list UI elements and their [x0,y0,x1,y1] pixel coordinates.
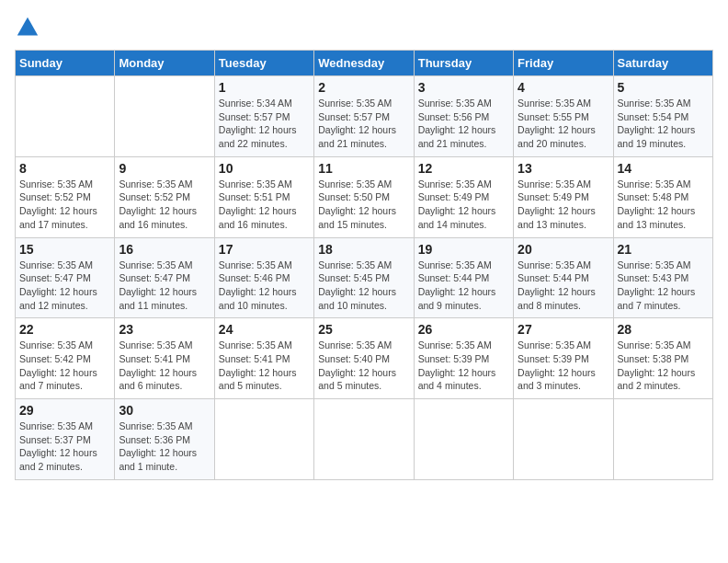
day-detail: Sunrise: 5:35 AMSunset: 5:52 PMDaylight:… [19,178,110,232]
calendar-day-cell: 5Sunrise: 5:35 AMSunset: 5:54 PMDaylight… [613,76,712,157]
calendar-day-cell: 18Sunrise: 5:35 AMSunset: 5:45 PMDayligh… [314,237,414,318]
day-detail: Sunrise: 5:35 AMSunset: 5:37 PMDaylight:… [19,419,110,474]
calendar-day-cell: 13Sunrise: 5:35 AMSunset: 5:49 PMDayligh… [514,156,613,237]
day-detail: Sunrise: 5:35 AMSunset: 5:44 PMDaylight:… [418,259,509,313]
calendar-day-cell: 4Sunrise: 5:35 AMSunset: 5:55 PMDaylight… [514,76,613,157]
calendar-day-cell [214,399,313,480]
calendar-day-cell: 28Sunrise: 5:35 AMSunset: 5:38 PMDayligh… [613,318,712,399]
calendar-table: SundayMondayTuesdayWednesdayThursdayFrid… [15,50,713,480]
calendar-day-cell: 8Sunrise: 5:35 AMSunset: 5:52 PMDaylight… [16,156,115,237]
day-number: 9 [119,161,210,176]
calendar-day-cell: 14Sunrise: 5:35 AMSunset: 5:48 PMDayligh… [613,156,712,237]
calendar-day-cell: 9Sunrise: 5:35 AMSunset: 5:52 PMDaylight… [115,156,214,237]
calendar-day-cell: 29Sunrise: 5:35 AMSunset: 5:37 PMDayligh… [16,399,115,480]
calendar-day-cell: 2Sunrise: 5:35 AMSunset: 5:57 PMDaylight… [314,76,414,157]
calendar-day-cell [16,76,115,157]
day-detail: Sunrise: 5:35 AMSunset: 5:39 PMDaylight:… [518,339,609,393]
day-detail: Sunrise: 5:35 AMSunset: 5:46 PMDaylight:… [219,259,310,313]
calendar-day-cell: 17Sunrise: 5:35 AMSunset: 5:46 PMDayligh… [214,237,313,318]
weekday-header-cell: Friday [514,51,613,76]
calendar-day-cell: 30Sunrise: 5:35 AMSunset: 5:36 PMDayligh… [115,399,214,480]
day-detail: Sunrise: 5:34 AMSunset: 5:57 PMDaylight:… [219,97,310,151]
logo [15,15,44,40]
day-detail: Sunrise: 5:35 AMSunset: 5:52 PMDaylight:… [119,178,210,232]
calendar-day-cell: 21Sunrise: 5:35 AMSunset: 5:43 PMDayligh… [613,237,712,318]
day-detail: Sunrise: 5:35 AMSunset: 5:49 PMDaylight:… [418,178,509,232]
logo-icon [15,15,40,40]
day-detail: Sunrise: 5:35 AMSunset: 5:47 PMDaylight:… [19,259,110,313]
calendar-day-cell: 24Sunrise: 5:35 AMSunset: 5:41 PMDayligh… [214,318,313,399]
weekday-header-cell: Thursday [414,51,513,76]
header [15,15,713,40]
day-detail: Sunrise: 5:35 AMSunset: 5:47 PMDaylight:… [119,259,210,313]
day-detail: Sunrise: 5:35 AMSunset: 5:45 PMDaylight:… [318,259,409,313]
calendar-week-row: 15Sunrise: 5:35 AMSunset: 5:47 PMDayligh… [16,237,713,318]
day-number: 14 [618,161,709,176]
calendar-day-cell: 15Sunrise: 5:35 AMSunset: 5:47 PMDayligh… [16,237,115,318]
weekday-header-cell: Monday [115,51,214,76]
day-number: 22 [19,322,110,337]
day-number: 4 [518,80,609,95]
day-number: 21 [618,242,709,257]
day-number: 12 [418,161,509,176]
day-number: 27 [518,322,609,337]
day-number: 8 [19,161,110,176]
day-number: 23 [119,322,210,337]
weekday-header-row: SundayMondayTuesdayWednesdayThursdayFrid… [16,51,713,76]
calendar-week-row: 29Sunrise: 5:35 AMSunset: 5:37 PMDayligh… [16,399,713,480]
weekday-header-cell: Wednesday [314,51,414,76]
day-detail: Sunrise: 5:35 AMSunset: 5:42 PMDaylight:… [19,339,110,393]
day-detail: Sunrise: 5:35 AMSunset: 5:44 PMDaylight:… [518,259,609,313]
day-detail: Sunrise: 5:35 AMSunset: 5:40 PMDaylight:… [318,339,409,393]
calendar-day-cell: 3Sunrise: 5:35 AMSunset: 5:56 PMDaylight… [414,76,513,157]
day-detail: Sunrise: 5:35 AMSunset: 5:51 PMDaylight:… [219,178,310,232]
day-number: 1 [219,80,310,95]
day-number: 26 [418,322,509,337]
day-number: 2 [318,80,409,95]
calendar-day-cell: 27Sunrise: 5:35 AMSunset: 5:39 PMDayligh… [514,318,613,399]
day-number: 11 [318,161,409,176]
calendar-week-row: 8Sunrise: 5:35 AMSunset: 5:52 PMDaylight… [16,156,713,237]
calendar-day-cell: 22Sunrise: 5:35 AMSunset: 5:42 PMDayligh… [16,318,115,399]
day-number: 24 [219,322,310,337]
calendar-day-cell [314,399,414,480]
calendar-day-cell: 20Sunrise: 5:35 AMSunset: 5:44 PMDayligh… [514,237,613,318]
day-number: 19 [418,242,509,257]
weekday-header-cell: Saturday [613,51,712,76]
day-number: 17 [219,242,310,257]
calendar-day-cell [514,399,613,480]
day-number: 3 [418,80,509,95]
calendar-day-cell: 10Sunrise: 5:35 AMSunset: 5:51 PMDayligh… [214,156,313,237]
day-number: 13 [518,161,609,176]
calendar-day-cell: 11Sunrise: 5:35 AMSunset: 5:50 PMDayligh… [314,156,414,237]
calendar-day-cell [613,399,712,480]
calendar-week-row: 22Sunrise: 5:35 AMSunset: 5:42 PMDayligh… [16,318,713,399]
day-detail: Sunrise: 5:35 AMSunset: 5:43 PMDaylight:… [618,259,709,313]
day-number: 18 [318,242,409,257]
day-detail: Sunrise: 5:35 AMSunset: 5:36 PMDaylight:… [119,419,210,474]
day-detail: Sunrise: 5:35 AMSunset: 5:48 PMDaylight:… [618,178,709,232]
day-detail: Sunrise: 5:35 AMSunset: 5:57 PMDaylight:… [318,97,409,151]
calendar-day-cell: 12Sunrise: 5:35 AMSunset: 5:49 PMDayligh… [414,156,513,237]
day-detail: Sunrise: 5:35 AMSunset: 5:55 PMDaylight:… [518,97,609,151]
day-number: 20 [518,242,609,257]
day-detail: Sunrise: 5:35 AMSunset: 5:41 PMDaylight:… [219,339,310,393]
day-number: 16 [119,242,210,257]
day-number: 29 [19,403,110,418]
calendar-week-row: 1Sunrise: 5:34 AMSunset: 5:57 PMDaylight… [16,76,713,157]
day-detail: Sunrise: 5:35 AMSunset: 5:39 PMDaylight:… [418,339,509,393]
day-number: 15 [19,242,110,257]
day-number: 25 [318,322,409,337]
day-number: 28 [618,322,709,337]
calendar-day-cell: 25Sunrise: 5:35 AMSunset: 5:40 PMDayligh… [314,318,414,399]
calendar-day-cell: 16Sunrise: 5:35 AMSunset: 5:47 PMDayligh… [115,237,214,318]
calendar-day-cell: 19Sunrise: 5:35 AMSunset: 5:44 PMDayligh… [414,237,513,318]
weekday-header-cell: Tuesday [214,51,313,76]
day-detail: Sunrise: 5:35 AMSunset: 5:38 PMDaylight:… [618,339,709,393]
day-detail: Sunrise: 5:35 AMSunset: 5:56 PMDaylight:… [418,97,509,151]
day-detail: Sunrise: 5:35 AMSunset: 5:49 PMDaylight:… [518,178,609,232]
calendar-body: 1Sunrise: 5:34 AMSunset: 5:57 PMDaylight… [16,76,713,480]
calendar-day-cell: 26Sunrise: 5:35 AMSunset: 5:39 PMDayligh… [414,318,513,399]
day-detail: Sunrise: 5:35 AMSunset: 5:50 PMDaylight:… [318,178,409,232]
calendar-day-cell [414,399,513,480]
